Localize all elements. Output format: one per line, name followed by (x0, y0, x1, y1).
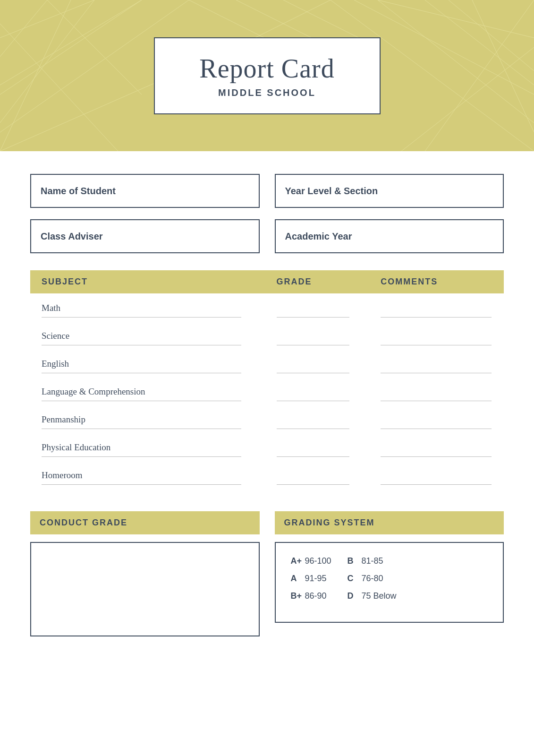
subject-col-header: SUBJECT (30, 277, 277, 287)
svg-line-8 (0, 24, 118, 151)
svg-line-13 (472, 0, 534, 132)
grade-cell (277, 446, 381, 457)
grade-letter-1: A+ (291, 556, 305, 566)
subject-name-cell: Language & Comprehension (30, 387, 277, 401)
svg-line-0 (0, 0, 94, 38)
grading-row: A+ 96-100 B 81-85 (291, 556, 488, 566)
conduct-box[interactable] (30, 542, 260, 636)
grade-range2-3: 75 Below (362, 591, 397, 601)
comments-cell (381, 446, 504, 457)
svg-line-11 (378, 0, 534, 38)
subject-name-cell: English (30, 359, 277, 373)
table-row: Language & Comprehension (30, 377, 504, 405)
grade-line (277, 418, 349, 429)
subject-name-cell: Penmanship (30, 414, 277, 429)
comments-line (381, 473, 492, 485)
grade-range2-2: 76-80 (362, 574, 383, 584)
grade-line (277, 362, 349, 373)
grade-letter2-1: B (348, 556, 362, 566)
subject-name-cell: Math (30, 303, 277, 318)
subject-name: Math (42, 303, 277, 315)
subject-name-cell: Homeroom (30, 470, 277, 485)
comments-cell (381, 334, 504, 345)
comments-cell (381, 306, 504, 318)
subject-line (42, 373, 241, 373)
grade-cell (277, 418, 381, 429)
grading-row: B+ 86-90 D 75 Below (291, 591, 488, 601)
svg-line-12 (425, 0, 534, 85)
header-section: Report Card MIDDLE SCHOOL (0, 0, 534, 151)
grading-row: A 91-95 C 76-80 (291, 574, 488, 584)
comments-line (381, 418, 492, 429)
svg-line-4 (0, 0, 71, 151)
info-row-1: Name of Student Year Level & Section (30, 174, 504, 208)
grade-cell (277, 334, 381, 345)
grade-range-2: 91-95 (305, 574, 348, 584)
bottom-section: CONDUCT GRADE GRADING SYSTEM A+ 96-100 B… (30, 511, 504, 636)
report-card-title: Report Card (178, 53, 357, 84)
table-row: Physical Education (30, 433, 504, 461)
subject-name: English (42, 359, 277, 371)
comments-cell (381, 418, 504, 429)
comments-col-header: COMMENTS (381, 277, 504, 287)
svg-line-1 (0, 0, 142, 85)
year-level-field[interactable]: Year Level & Section (275, 174, 504, 208)
table-row: Penmanship (30, 405, 504, 433)
class-adviser-field[interactable]: Class Adviser (30, 219, 260, 253)
grade-cell (277, 390, 381, 401)
grade-line (277, 446, 349, 457)
subject-line (42, 484, 241, 485)
school-level-label: MIDDLE SCHOOL (178, 87, 357, 98)
svg-line-17 (401, 47, 534, 151)
grade-line (277, 306, 349, 318)
subject-line (42, 317, 241, 318)
comments-cell (381, 362, 504, 373)
svg-line-15 (449, 0, 534, 71)
grading-box: A+ 96-100 B 81-85 A 91-95 C 76-80 B+ 86-… (275, 542, 504, 623)
subject-name: Homeroom (42, 470, 277, 482)
comments-cell (381, 473, 504, 485)
grade-range-3: 86-90 (305, 591, 348, 601)
info-row-2: Class Adviser Academic Year (30, 219, 504, 253)
grade-cell (277, 306, 381, 318)
grade-cell (277, 362, 381, 373)
comments-cell (381, 390, 504, 401)
table-header: SUBJECT GRADE COMMENTS (30, 270, 504, 293)
academic-year-field[interactable]: Academic Year (275, 219, 504, 253)
main-content: Name of Student Year Level & Section Cla… (0, 151, 534, 659)
grade-line (277, 473, 349, 485)
subject-name-cell: Science (30, 331, 277, 345)
grade-col-header: GRADE (277, 277, 381, 287)
grade-line (277, 334, 349, 345)
header-box: Report Card MIDDLE SCHOOL (154, 37, 381, 114)
grade-letter2-2: C (348, 574, 362, 584)
grade-line (277, 390, 349, 401)
subject-name: Physical Education (42, 442, 277, 455)
svg-line-10 (425, 0, 534, 151)
grade-range2-1: 81-85 (362, 556, 383, 566)
svg-line-14 (378, 0, 534, 123)
comments-line (381, 362, 492, 373)
conduct-grade-section: CONDUCT GRADE (30, 511, 260, 636)
table-row: English (30, 349, 504, 377)
svg-line-6 (0, 0, 94, 123)
svg-line-9 (0, 0, 142, 94)
grading-header: GRADING SYSTEM (275, 511, 504, 534)
subject-line (42, 345, 241, 345)
grade-letter2-3: D (348, 591, 362, 601)
table-row: Homeroom (30, 461, 504, 489)
student-name-field[interactable]: Name of Student (30, 174, 260, 208)
svg-line-7 (47, 0, 142, 94)
comments-line (381, 390, 492, 401)
grade-cell (277, 473, 381, 485)
subject-name: Science (42, 331, 277, 343)
table-row: Math (30, 293, 504, 321)
subject-line (42, 429, 241, 429)
comments-line (381, 306, 492, 318)
table-row: Science (30, 321, 504, 349)
svg-line-18 (354, 0, 534, 94)
grade-range-1: 96-100 (305, 556, 348, 566)
subject-line (42, 401, 241, 401)
subjects-table: Math Science English (30, 293, 504, 489)
subject-name-cell: Physical Education (30, 442, 277, 457)
